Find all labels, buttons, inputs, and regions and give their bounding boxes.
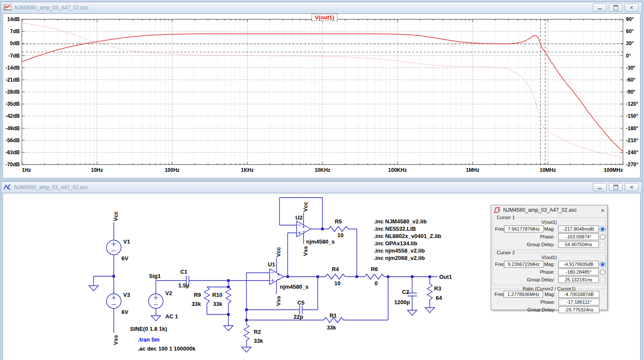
r4-resistor[interactable] <box>325 274 345 279</box>
c2-name[interactable]: C2 <box>402 289 409 295</box>
r2-name[interactable]: R2 <box>254 329 261 335</box>
v2-voltage-source[interactable] <box>149 294 163 308</box>
r5-resistor[interactable] <box>328 226 348 232</box>
u1-model[interactable]: njm4580_s <box>280 284 309 290</box>
r3-name[interactable]: R3 <box>434 285 441 292</box>
cursor1-phase-field[interactable]: -163.09874° <box>558 233 599 240</box>
inc-directive-6[interactable]: .inc njm2068_v2.lib <box>374 255 425 261</box>
r10-resistor[interactable] <box>226 287 231 303</box>
dialog-close-button[interactable]: × <box>601 207 605 214</box>
ac-directive[interactable]: .ac dec 100 1 100000k <box>138 345 196 352</box>
r4-value[interactable]: 10 <box>334 280 340 287</box>
r9-name[interactable]: R9 <box>194 292 201 298</box>
svg-text:10KHz: 10KHz <box>315 167 331 173</box>
tran-directive[interactable]: .tran 5m <box>138 336 160 343</box>
ratio-group-delay-field[interactable]: -29.775324ns <box>559 306 599 313</box>
r5-value[interactable]: 10 <box>337 232 343 238</box>
schematic-titlebar[interactable]: NJM4580_amp_03_A47_02.asc × <box>1 182 642 192</box>
u1-vcc-label[interactable]: Vcc <box>275 247 282 257</box>
close-button[interactable]: × <box>625 3 638 12</box>
waveform-titlebar[interactable]: NJM4580_amp_03_A47_02.asc × <box>1 2 642 13</box>
v1-voltage-source[interactable] <box>106 240 121 255</box>
inc-directive-5[interactable]: .inc njm4558_v2.lib <box>374 247 425 254</box>
cursor2-phase-field[interactable]: -180.28485° <box>558 268 599 275</box>
cursor2-group-delay-field[interactable]: 25.132181ns <box>558 276 599 283</box>
restore-button[interactable] <box>609 3 623 12</box>
svg-text:0dB: 0dB <box>10 40 20 46</box>
cursor2-phase-radio[interactable] <box>600 269 605 275</box>
cursor2-mag-radio[interactable] <box>600 262 605 267</box>
minimize-button[interactable] <box>593 3 607 12</box>
v3-value[interactable]: 6V <box>122 309 128 315</box>
v1-value[interactable]: 6V <box>122 255 128 262</box>
net-label-vss[interactable]: Vss <box>112 335 119 345</box>
r6-resistor[interactable] <box>365 274 384 279</box>
grid-lines <box>22 19 623 165</box>
inc-directive-3[interactable]: .inc NL8802x_v0401_Z.lib <box>374 233 441 239</box>
r6-name[interactable]: R6 <box>371 266 378 272</box>
cursor-dialog-titlebar[interactable]: NJM4580_amp_03_A47_02.asc × <box>491 205 607 215</box>
r1-value[interactable]: 33k <box>327 324 336 331</box>
r4-name[interactable]: R4 <box>332 266 339 272</box>
c5-capacitor[interactable] <box>300 305 302 314</box>
c5-value[interactable]: 22p <box>294 314 303 320</box>
cursor1-phase-radio[interactable] <box>600 234 605 240</box>
r9-resistor[interactable] <box>204 287 210 303</box>
minimize-button[interactable] <box>593 183 607 191</box>
r5-name[interactable]: R5 <box>335 218 342 225</box>
v2-name[interactable]: V2 <box>165 290 172 296</box>
c5-name[interactable]: C5 <box>298 299 305 306</box>
restore-button[interactable] <box>609 183 623 191</box>
v2-sine-value[interactable]: SINE(0 1.8 1k) <box>130 326 167 332</box>
svg-text:-21dB: -21dB <box>6 77 20 83</box>
ratio-mag-field[interactable]: -4.7001887dB <box>559 291 599 298</box>
bode-plot[interactable]: 14dB7dB0dB-7dB-14dB-21dB-28dB-35dB-42dB-… <box>3 14 640 178</box>
r2-value[interactable]: 33k <box>254 338 263 344</box>
net-label-out1[interactable]: Out1 <box>439 274 452 280</box>
r9-value[interactable]: 33k <box>191 301 201 307</box>
cursor1-mag-radio[interactable] <box>600 226 605 232</box>
c1-name[interactable]: C1 <box>180 268 188 275</box>
r10-value[interactable]: 33k <box>213 301 222 307</box>
cursor2-mag-field[interactable]: -4.9179935dB <box>558 261 599 268</box>
ratio-phase-field[interactable]: -17.186111° <box>559 299 599 305</box>
inc-directive-4[interactable]: .inc OPAx134.lib <box>374 240 417 247</box>
inc-directive-2[interactable]: .inc NE5532.LIB <box>374 226 416 232</box>
r10-name[interactable]: R10 <box>212 292 222 298</box>
trace-legend-vout1[interactable]: V(out1) <box>312 14 337 21</box>
cursor1-group-delay-field[interactable]: 54.907504ns <box>558 241 599 248</box>
net-label-vcc[interactable]: Vcc <box>112 211 119 221</box>
svg-text:-180°: -180° <box>626 125 638 131</box>
c1-value[interactable]: 1.5µ <box>178 282 189 289</box>
waveform-window: NJM4580_amp_03_A47_02.asc × V(out1) 14dB… <box>1 2 642 180</box>
svg-text:-150°: -150° <box>626 113 638 119</box>
v3-name[interactable]: V3 <box>123 292 130 298</box>
u2-model[interactable]: njm4580_s <box>306 238 335 245</box>
u2-name[interactable]: U2 <box>295 214 303 221</box>
r2-resistor[interactable] <box>244 324 249 341</box>
v2-ac-value[interactable]: AC 1 <box>165 313 178 320</box>
net-label-sig1[interactable]: Sig1 <box>149 273 161 279</box>
close-button[interactable]: × <box>625 183 638 191</box>
u1-name[interactable]: U1 <box>268 261 275 268</box>
r6-value[interactable]: 0 <box>374 280 377 287</box>
u2-vss-label[interactable]: Vss <box>302 246 309 256</box>
cursor-dialog[interactable]: NJM4580_amp_03_A47_02.asc × Cursor 1 V(o… <box>491 205 608 310</box>
r1-name[interactable]: R1 <box>330 312 337 319</box>
svg-text:-63dB: -63dB <box>6 149 20 156</box>
r3-resistor[interactable] <box>427 284 432 300</box>
c2-value[interactable]: 1200p <box>394 299 410 305</box>
waveform-pane[interactable]: V(out1) 14dB7dB0dB-7dB-14dB-21dB-28dB-35… <box>3 13 641 178</box>
r3-value[interactable]: 64 <box>436 295 442 301</box>
v3-voltage-source[interactable] <box>106 294 121 308</box>
cursor1-mag-field[interactable]: -217.8048mdB <box>558 226 599 232</box>
inc-directive-1[interactable]: .inc NJM4580_v2.lib <box>374 218 427 225</box>
waveform-window-title: NJM4580_amp_03_A47_02.asc <box>15 5 88 11</box>
u2-vcc-label[interactable]: Vcc <box>302 202 309 212</box>
svg-text:7dB: 7dB <box>10 28 20 34</box>
svg-text:-210°: -210° <box>626 137 638 143</box>
schematic-pane[interactable]: Vcc Vss V1 6V V3 6V Sig1 V2 AC 1 SINE(0 … <box>3 193 641 360</box>
v1-name[interactable]: V1 <box>123 238 130 245</box>
svg-text:-240°: -240° <box>626 149 638 156</box>
u1-vss-label[interactable]: Vss <box>275 296 282 306</box>
